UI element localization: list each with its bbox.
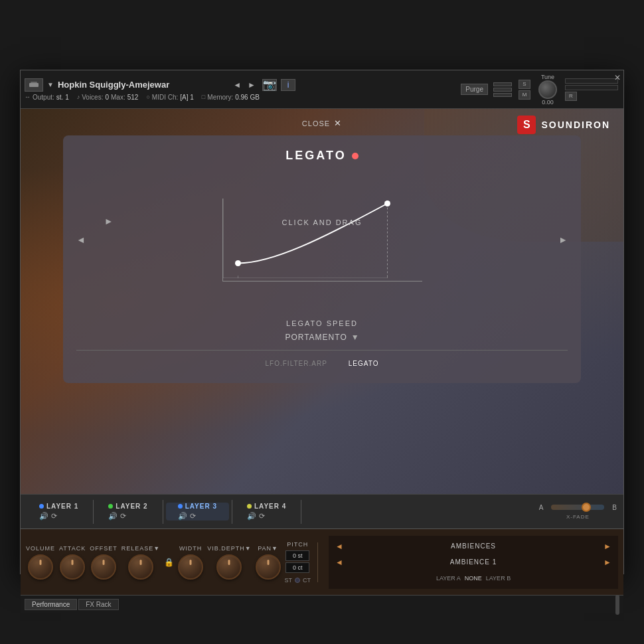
- volume-knob-group: VOLUME: [26, 545, 55, 580]
- layer-1-speaker-icon[interactable]: 🔊: [39, 512, 48, 521]
- voices-label: Voices:: [82, 94, 103, 101]
- pitch-ct-display[interactable]: 0 ct: [285, 562, 309, 573]
- nav-next[interactable]: ►: [245, 79, 258, 91]
- layer-b-label: LAYER B: [486, 575, 511, 582]
- layer-3-dot: [178, 504, 183, 509]
- layer-2-item[interactable]: LAYER 2 🔊 ⟳: [96, 503, 159, 521]
- close-panel-button[interactable]: CLOSE ✕: [302, 118, 342, 128]
- release-knob[interactable]: [128, 554, 153, 580]
- layer-section: LAYER 1 🔊 ⟳ LAYER 2 🔊 ⟳ LAYER 3: [21, 494, 623, 528]
- tab-legato[interactable]: LEGATO: [338, 357, 390, 370]
- xfade-slider[interactable]: [551, 505, 604, 510]
- xfade-label: X-FADE: [566, 514, 590, 520]
- m-button[interactable]: M: [519, 90, 530, 100]
- curve-area[interactable]: ◄ CLICK AND DRAG ►: [76, 173, 568, 306]
- nav-arrows: ◄ ► 📷 i: [230, 79, 295, 91]
- ambiences-header-row: ◄ AMBIENCES ►: [329, 542, 618, 551]
- curve-svg[interactable]: [223, 199, 422, 278]
- ct-label: CT: [303, 577, 311, 584]
- portamento-row: PORTAMENTO ▼: [285, 333, 359, 342]
- layer-3-name-row: LAYER 3: [178, 503, 217, 510]
- info-icon[interactable]: i: [281, 79, 295, 91]
- controls-bar: VOLUME ATTACK OFFSET RELEASE▼ 🔒 WIDTH VI…: [21, 528, 623, 595]
- performance-tab[interactable]: Performance: [25, 599, 77, 610]
- legato-speed-label: LEGATO SPEED: [286, 319, 358, 327]
- ambience-item-next-button[interactable]: ►: [600, 558, 615, 567]
- ambience-layer-row: LAYER A NONE LAYER B: [329, 574, 618, 583]
- pitch-label: PITCH: [287, 541, 308, 548]
- ambiences-prev-button[interactable]: ◄: [331, 542, 347, 551]
- layer-a-value: NONE: [465, 575, 482, 582]
- st-ct-row: ST CT: [285, 577, 311, 584]
- memory-icon: □: [202, 94, 205, 100]
- lock-icon[interactable]: 🔒: [164, 558, 174, 567]
- camera-icon[interactable]: 📷: [262, 79, 277, 91]
- midi-value: [A] 1: [180, 94, 194, 101]
- st-indicator: [295, 578, 300, 583]
- svg-rect-0: [29, 83, 39, 87]
- layer-4-speaker-icon[interactable]: 🔊: [247, 512, 256, 521]
- xfade-b-label: B: [612, 504, 617, 511]
- layer-4-item[interactable]: LAYER 4 🔊 ⟳: [235, 503, 298, 521]
- tab-lfo[interactable]: LFO.FILTER.ARP: [255, 357, 338, 370]
- legato-active-dot[interactable]: [352, 153, 359, 159]
- s-button[interactable]: S: [519, 80, 530, 89]
- output-info: ↔ Output: st. 1: [25, 94, 69, 101]
- layer-2-dot: [108, 504, 113, 509]
- memory-value: 0.96 GB: [235, 94, 260, 101]
- curve-container[interactable]: [222, 199, 422, 282]
- pitch-st-display[interactable]: 0 st: [285, 550, 309, 561]
- fx-rack-tab[interactable]: FX Rack: [78, 599, 118, 610]
- layer-2-loop-icon[interactable]: ⟳: [120, 512, 126, 521]
- pan-knob[interactable]: [256, 554, 281, 580]
- xfade-area: A B X-FADE: [539, 504, 617, 520]
- output-value: st. 1: [56, 94, 69, 101]
- max-value: 512: [127, 94, 139, 101]
- layer-3-icons: 🔊 ⟳: [178, 512, 196, 521]
- dropdown-arrow[interactable]: ▼: [47, 81, 54, 88]
- pan-knob-group: PAN▼: [256, 545, 281, 580]
- scrollbar[interactable]: [615, 595, 619, 615]
- ambiences-next-button[interactable]: ►: [600, 542, 615, 551]
- offset-knob[interactable]: [91, 554, 116, 580]
- layer-3-speaker-icon[interactable]: 🔊: [178, 512, 187, 521]
- attack-label: ATTACK: [59, 545, 86, 552]
- layer-3-item[interactable]: LAYER 3 🔊 ⟳: [166, 503, 229, 521]
- vib-depth-label: VIB.DEPTH▼: [207, 545, 251, 552]
- width-knob[interactable]: [178, 554, 203, 580]
- purge-button[interactable]: Purge: [461, 84, 488, 95]
- layer-1-loop-icon[interactable]: ⟳: [51, 512, 57, 521]
- portamento-dropdown[interactable]: ▼: [351, 333, 359, 342]
- layer-4-loop-icon[interactable]: ⟳: [259, 512, 265, 521]
- tune-knob[interactable]: [538, 80, 557, 99]
- layer-2-icons: 🔊 ⟳: [108, 512, 126, 521]
- layer-divider-3: [232, 500, 232, 524]
- layer-1-icons: 🔊 ⟳: [39, 512, 57, 521]
- plugin-window: ▼ Hopkin Squiggly-Amejewar ◄ ► 📷 i ↔ Out…: [20, 70, 624, 574]
- tune-area: Tune 0.00: [534, 72, 561, 107]
- window-close-button[interactable]: ✕: [614, 73, 621, 82]
- instrument-icon: [25, 78, 43, 92]
- top-bar: ▼ Hopkin Squiggly-Amejewar ◄ ► 📷 i ↔ Out…: [21, 70, 623, 109]
- release-label: RELEASE▼: [121, 545, 160, 552]
- curve-prev-arrow[interactable]: ◄: [76, 234, 86, 245]
- attack-knob[interactable]: [60, 554, 85, 580]
- xfade-thumb[interactable]: [582, 503, 591, 512]
- vib-depth-knob[interactable]: [216, 554, 242, 580]
- width-knob-group: WIDTH: [178, 545, 203, 580]
- layer-1-item[interactable]: LAYER 1 🔊 ⟳: [27, 503, 90, 521]
- offset-label: OFFSET: [90, 545, 118, 552]
- legato-bottom: LEGATO SPEED PORTAMENTO ▼: [76, 319, 568, 342]
- layer-2-speaker-icon[interactable]: 🔊: [108, 512, 118, 521]
- nav-prev[interactable]: ◄: [230, 79, 244, 91]
- ambience-item-prev-button[interactable]: ◄: [331, 558, 347, 567]
- layer-3-loop-icon[interactable]: ⟳: [190, 512, 196, 521]
- legato-title-row: LEGATO: [76, 149, 568, 163]
- volume-knob[interactable]: [28, 554, 53, 580]
- click-drag-label: CLICK AND DRAG: [282, 218, 362, 226]
- midi-label: MIDI Ch:: [152, 94, 178, 101]
- top-bar-right: Purge S M Tune 0.00: [299, 70, 623, 108]
- curve-next-arrow[interactable]: ►: [558, 234, 568, 245]
- ambiences-label: AMBIENCES: [347, 542, 600, 550]
- instrument-name-row: ▼ Hopkin Squiggly-Amejewar ◄ ► 📷 i: [25, 78, 295, 92]
